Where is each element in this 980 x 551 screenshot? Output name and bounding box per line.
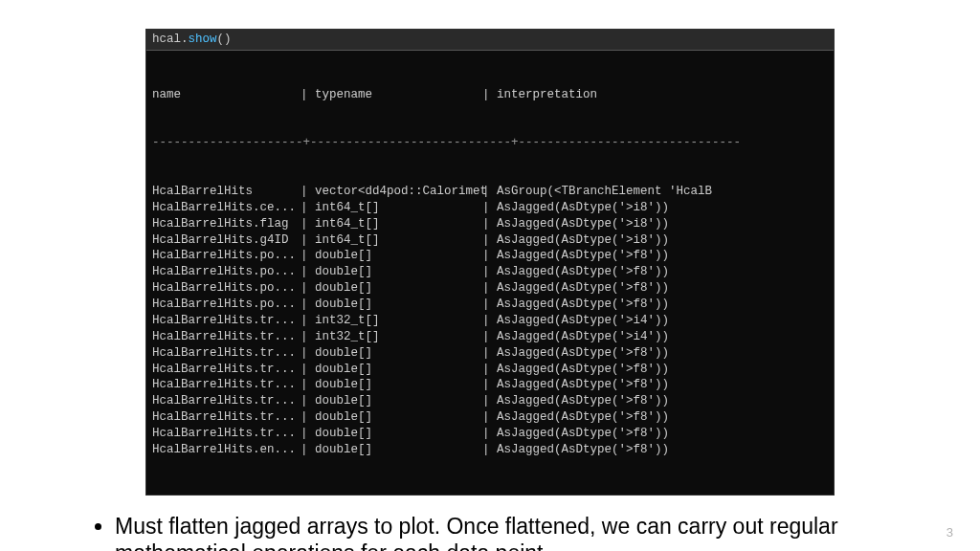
code-object: hcal. <box>152 33 189 46</box>
cell-typename: | double[] <box>301 377 482 393</box>
bullet-1: Must flatten jagged arrays to plot. Once… <box>115 513 894 552</box>
col-name: name <box>152 87 301 103</box>
cell-interpretation: | AsJagged(AsDtype('>f8')) <box>482 393 669 409</box>
cell-interpretation: | AsJagged(AsDtype('>f8')) <box>482 362 669 378</box>
cell-interpretation: | AsJagged(AsDtype('>i8')) <box>482 232 669 249</box>
terminal-body: name| typename| interpretation ---------… <box>146 51 834 495</box>
column-headers: name| typename| interpretation <box>152 87 828 103</box>
cell-name: HcalBarrelHits.po... <box>152 248 301 264</box>
cell-name: HcalBarrelHits <box>152 184 301 200</box>
cell-typename: | double[] <box>301 362 482 378</box>
cell-interpretation: | AsJagged(AsDtype('>i8')) <box>482 200 669 216</box>
cell-name: HcalBarrelHits.po... <box>152 264 301 280</box>
cell-interpretation: | AsJagged(AsDtype('>i8')) <box>482 216 669 232</box>
cell-interpretation: | AsJagged(AsDtype('>f8')) <box>482 297 669 313</box>
cell-interpretation: | AsJagged(AsDtype('>i4')) <box>482 313 669 329</box>
cell-name: HcalBarrelHits.ce... <box>152 200 301 216</box>
cell-name: HcalBarrelHits.tr... <box>152 426 301 442</box>
cell-interpretation: | AsGroup(<TBranchElement 'HcalB <box>482 184 712 200</box>
cell-typename: | int32_t[] <box>301 329 482 345</box>
table-row: HcalBarrelHits.tr...| double[]| AsJagged… <box>152 377 828 393</box>
cell-typename: | int64_t[] <box>301 216 482 232</box>
cell-typename: | int32_t[] <box>301 313 482 329</box>
cell-name: HcalBarrelHits.tr... <box>152 377 301 393</box>
col-typename: | typename <box>301 87 482 103</box>
table-row: HcalBarrelHits.po...| double[]| AsJagged… <box>152 248 828 264</box>
cell-interpretation: | AsJagged(AsDtype('>f8')) <box>482 409 669 426</box>
cell-name: HcalBarrelHits.tr... <box>152 313 301 329</box>
cell-typename: | double[] <box>301 426 482 442</box>
cell-name: HcalBarrelHits.tr... <box>152 329 301 345</box>
code-method: show <box>189 33 217 46</box>
cell-interpretation: | AsJagged(AsDtype('>f8')) <box>482 280 669 297</box>
table-row: HcalBarrelHits.tr...| double[]| AsJagged… <box>152 345 828 362</box>
cell-typename: | double[] <box>301 409 482 426</box>
table-row: HcalBarrelHits.tr...| double[]| AsJagged… <box>152 426 828 442</box>
cell-name: HcalBarrelHits.tr... <box>152 345 301 362</box>
cell-typename: | double[] <box>301 264 482 280</box>
cell-interpretation: | AsJagged(AsDtype('>f8')) <box>482 442 669 458</box>
table-row: HcalBarrelHits.tr...| double[]| AsJagged… <box>152 393 828 409</box>
cell-interpretation: | AsJagged(AsDtype('>f8')) <box>482 377 669 393</box>
table-row: HcalBarrelHits.en...| double[]| AsJagged… <box>152 442 828 458</box>
cell-name: HcalBarrelHits.po... <box>152 297 301 313</box>
table-row: HcalBarrelHits.g4ID| int64_t[]| AsJagged… <box>152 232 828 249</box>
bullet-list: Must flatten jagged arrays to plot. Once… <box>67 513 913 552</box>
cell-interpretation: | AsJagged(AsDtype('>f8')) <box>482 248 669 264</box>
cell-interpretation: | AsJagged(AsDtype('>i4')) <box>482 329 669 345</box>
cell-name: HcalBarrelHits.tr... <box>152 362 301 378</box>
table-row: HcalBarrelHits.tr...| int32_t[]| AsJagge… <box>152 329 828 345</box>
table-row: HcalBarrelHits.po...| double[]| AsJagged… <box>152 264 828 280</box>
cell-typename: | double[] <box>301 393 482 409</box>
table-row: HcalBarrelHits| vector<dd4pod::Calorimet… <box>152 184 828 200</box>
cell-typename: | double[] <box>301 280 482 297</box>
cell-typename: | int64_t[] <box>301 200 482 216</box>
page-number: 3 <box>947 525 953 540</box>
cell-name: HcalBarrelHits.tr... <box>152 393 301 409</box>
cell-name: HcalBarrelHits.en... <box>152 442 301 458</box>
cell-name: HcalBarrelHits.flag <box>152 216 301 232</box>
table-row: HcalBarrelHits.tr...| double[]| AsJagged… <box>152 362 828 378</box>
cell-typename: | double[] <box>301 297 482 313</box>
cell-name: HcalBarrelHits.tr... <box>152 409 301 426</box>
cell-typename: | int64_t[] <box>301 232 482 249</box>
table-row: HcalBarrelHits.tr...| int32_t[]| AsJagge… <box>152 313 828 329</box>
divider-line: ---------------------+------------------… <box>152 135 828 151</box>
table-row: HcalBarrelHits.tr...| double[]| AsJagged… <box>152 409 828 426</box>
cell-typename: | double[] <box>301 442 482 458</box>
code-line: hcal.show() <box>146 30 834 51</box>
table-row: HcalBarrelHits.flag| int64_t[]| AsJagged… <box>152 216 828 232</box>
col-interpretation: | interpretation <box>482 87 597 103</box>
cell-interpretation: | AsJagged(AsDtype('>f8')) <box>482 345 669 362</box>
cell-typename: | double[] <box>301 248 482 264</box>
cell-interpretation: | AsJagged(AsDtype('>f8')) <box>482 264 669 280</box>
cell-typename: | vector<dd4pod::Calorimet <box>301 184 482 200</box>
terminal-output: hcal.show() name| typename| interpretati… <box>145 29 835 496</box>
table-row: HcalBarrelHits.ce...| int64_t[]| AsJagge… <box>152 200 828 216</box>
code-paren: () <box>217 33 232 46</box>
cell-typename: | double[] <box>301 345 482 362</box>
table-row: HcalBarrelHits.po...| double[]| AsJagged… <box>152 297 828 313</box>
cell-interpretation: | AsJagged(AsDtype('>f8')) <box>482 426 669 442</box>
table-row: HcalBarrelHits.po...| double[]| AsJagged… <box>152 280 828 297</box>
cell-name: HcalBarrelHits.po... <box>152 280 301 297</box>
cell-name: HcalBarrelHits.g4ID <box>152 232 301 249</box>
